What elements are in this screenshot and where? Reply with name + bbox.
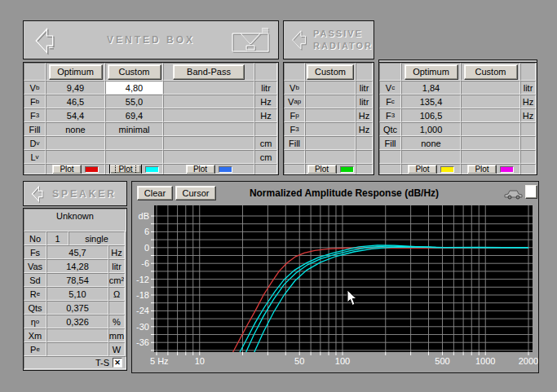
custom-button[interactable]: Custom <box>307 64 354 80</box>
svg-text:-18: -18 <box>136 290 149 300</box>
svg-text:0: 0 <box>144 243 149 253</box>
table-row: Sd 78,54 cm² <box>24 273 126 287</box>
table-row: Fp Hz <box>284 108 374 122</box>
value-cell: 135,4 <box>401 95 461 108</box>
plot-color-swatch[interactable] <box>440 166 454 173</box>
plot-row: Plot <box>284 164 374 174</box>
custom-button[interactable]: Custom <box>108 64 161 80</box>
value-cell: none <box>401 136 461 150</box>
plot-row: Plot Plot <box>379 164 537 174</box>
panel-title: VENTED BOX <box>107 34 195 46</box>
speaker-header: SPEAKER <box>23 181 127 206</box>
unit-cell: litr <box>356 81 373 95</box>
table-row: F3 54,4 69,4 Hz <box>24 108 278 122</box>
unit-cell: Hz <box>520 95 536 108</box>
plot-button-bandpass[interactable]: Plot <box>186 165 215 174</box>
plot-button-custom[interactable]: Plot <box>467 165 497 174</box>
plot-button-optimum[interactable]: Plot <box>408 165 437 174</box>
svg-text:-12: -12 <box>136 275 149 284</box>
row-label: Vb <box>284 81 305 95</box>
value-cell: 69,4 <box>105 108 163 122</box>
row-label: F3 <box>379 108 401 122</box>
row-label: Fill <box>379 136 401 150</box>
unit-cell: Hz <box>356 108 373 122</box>
passive-radiator-header: PASSIVE RADIATOR <box>283 20 374 59</box>
speaker-icon <box>29 184 46 204</box>
speaker-icon <box>30 25 60 56</box>
ts-checkbox[interactable]: ✕ <box>113 358 122 368</box>
plot-color-swatch[interactable] <box>340 166 354 173</box>
value-cell: 46,5 <box>46 95 105 108</box>
amplitude-response-chart[interactable]: 5 Hz105010050010002000dB60-6-12-18-24-30… <box>132 182 538 372</box>
car-icon[interactable] <box>504 189 524 200</box>
unit-cell: litr <box>108 259 125 273</box>
value-cell <box>305 81 356 95</box>
row-label: Fill <box>24 122 46 136</box>
value-cell <box>46 150 105 164</box>
mouse-cursor <box>347 289 358 307</box>
chart-panel: 5 Hz105010050010002000dB60-6-12-18-24-30… <box>131 181 539 373</box>
speaker-config[interactable]: single <box>69 231 125 245</box>
unit-cell: litr <box>254 81 277 95</box>
plot-color-swatch[interactable] <box>219 166 232 173</box>
empty-row <box>284 150 374 164</box>
plot-color-swatch[interactable] <box>145 166 159 173</box>
plot-color-swatch[interactable] <box>500 166 514 173</box>
unit-cell: mm <box>108 328 125 342</box>
value-cell: 5,10 <box>46 287 108 301</box>
panel-title-line2: RADIATOR <box>313 40 373 52</box>
plot-button-optimum[interactable]: Plot <box>52 165 82 174</box>
row-label: Fb <box>24 95 46 108</box>
speaker-number[interactable]: 1 <box>46 231 69 245</box>
row-label: Vas <box>24 259 46 273</box>
vented-box-table: Optimum Custom Band-Pass Vb 9,49 4,80 li… <box>23 62 279 175</box>
custom-button[interactable]: Custom <box>464 64 518 80</box>
table-row: Fs 45,7 Hz <box>24 245 126 259</box>
unit-cell: Hz <box>520 108 536 122</box>
row-label: F3 <box>24 108 46 122</box>
chart-title: Normalized Amplitude Response (dB/Hz) <box>222 187 466 199</box>
ts-footer: T-S ✕ <box>24 356 126 369</box>
value-cell <box>163 95 254 108</box>
value-cell <box>461 95 520 108</box>
row-label: ηo <box>24 315 46 328</box>
svg-text:-30: -30 <box>136 322 149 332</box>
band-pass-button[interactable]: Band-Pass <box>173 64 245 80</box>
value-cell: 45,7 <box>46 245 108 259</box>
cursor-button[interactable]: Cursor <box>175 186 216 200</box>
plot-button-custom[interactable]: Plot <box>109 164 142 174</box>
speaker-icon <box>288 27 311 53</box>
vented-box-icon <box>231 25 272 56</box>
row-label: Lv <box>24 150 46 164</box>
optimum-button[interactable]: Optimum <box>404 64 458 80</box>
value-cell <box>305 136 356 150</box>
value-cell <box>105 136 163 150</box>
row-label: Fs <box>24 245 46 259</box>
unit-cell: Hz <box>356 122 373 136</box>
clear-button[interactable]: Clear <box>137 186 173 200</box>
unit-cell: cm² <box>108 273 125 287</box>
table-row: Vc 1,84 litr <box>379 81 537 95</box>
svg-text:5 Hz: 5 Hz <box>150 356 169 366</box>
svg-text:10: 10 <box>195 356 205 366</box>
svg-text:1000: 1000 <box>475 356 495 366</box>
speaker-table: Unknown No 1 single Fs 45,7 Hz Vas 14,28… <box>23 208 127 371</box>
table-row: Fc 135,4 Hz <box>379 95 537 108</box>
unit-cell: litr <box>520 81 536 95</box>
value-cell <box>163 136 254 150</box>
svg-text:-6: -6 <box>141 258 149 268</box>
row-label: Vb <box>24 81 46 95</box>
plot-color-swatch[interactable] <box>85 166 99 173</box>
table-row: Fill <box>284 136 374 150</box>
value-cell: 14,28 <box>46 259 108 273</box>
value-cell: 54,4 <box>46 108 105 122</box>
value-input[interactable]: 4,80 <box>105 81 163 95</box>
table-row: Pe W <box>24 342 126 356</box>
color-swatch-button[interactable] <box>525 185 537 199</box>
optimum-button[interactable]: Optimum <box>49 64 103 80</box>
unit-cell <box>356 136 373 150</box>
plot-button[interactable]: Plot <box>307 165 337 174</box>
unit-cell <box>254 122 277 136</box>
row-label: Sd <box>24 273 46 287</box>
speaker-name[interactable]: Unknown <box>24 209 126 231</box>
